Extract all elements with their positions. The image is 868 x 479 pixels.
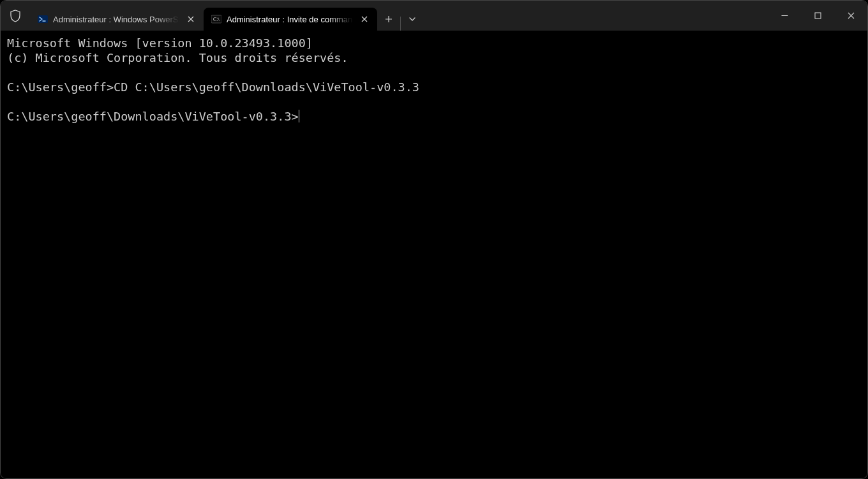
maximize-icon <box>814 12 821 19</box>
tab-title: Administrateur : Windows PowerShell <box>53 15 179 24</box>
minimize-button[interactable] <box>768 1 801 31</box>
close-icon <box>848 12 855 19</box>
new-tab-button[interactable] <box>377 8 400 31</box>
svg-rect-11 <box>815 13 821 18</box>
close-window-button[interactable] <box>834 1 867 31</box>
terminal-line: Microsoft Windows [version 10.0.23493.10… <box>7 36 313 50</box>
tab-cmd[interactable]: C:\ Administrateur : Invite de commandes <box>204 8 377 31</box>
close-icon <box>188 16 194 22</box>
svg-rect-0 <box>38 15 48 23</box>
plus-icon <box>385 15 393 23</box>
admin-shield-icon <box>1 1 30 31</box>
svg-text:C:\: C:\ <box>213 17 220 22</box>
tab-title: Administrateur : Invite de commandes <box>227 15 353 24</box>
minimize-icon <box>781 12 788 19</box>
tab-strip: Administrateur : Windows PowerShell C:\ … <box>30 1 424 31</box>
titlebar: Administrateur : Windows PowerShell C:\ … <box>1 1 867 31</box>
titlebar-drag-area[interactable] <box>424 1 768 31</box>
terminal-line: C:\Users\geoff>CD C:\Users\geoff\Downloa… <box>7 80 419 94</box>
tab-close-button[interactable] <box>358 13 371 26</box>
window-controls <box>768 1 867 31</box>
text-cursor <box>299 110 300 122</box>
powershell-icon <box>38 14 48 24</box>
chevron-down-icon <box>408 15 416 23</box>
close-icon <box>361 16 368 22</box>
cmd-icon: C:\ <box>211 14 221 24</box>
tab-powershell[interactable]: Administrateur : Windows PowerShell <box>30 8 204 31</box>
terminal-prompt: C:\Users\geoff\Downloads\ViVeTool-v0.3.3… <box>7 110 299 123</box>
tab-dropdown-button[interactable] <box>401 8 424 31</box>
terminal-line: (c) Microsoft Corporation. Tous droits r… <box>7 51 348 64</box>
tab-close-button[interactable] <box>184 13 197 26</box>
maximize-button[interactable] <box>801 1 834 31</box>
terminal-output[interactable]: Microsoft Windows [version 10.0.23493.10… <box>1 31 867 478</box>
